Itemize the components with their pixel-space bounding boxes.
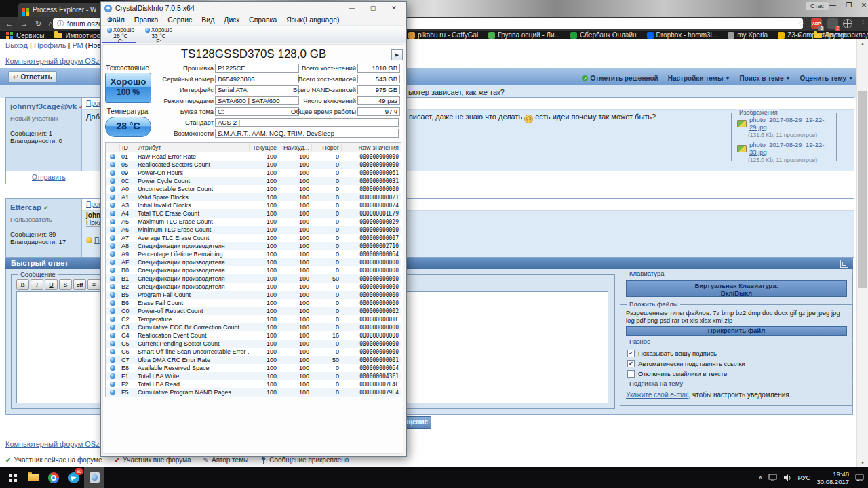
reload-icon[interactable]: ↻	[35, 20, 41, 28]
volume-icon[interactable]	[783, 474, 791, 481]
smart-row[interactable]: B1 Спецификации производителя 100 100 50…	[106, 274, 401, 283]
home-icon[interactable]: ⌂	[48, 20, 53, 28]
smart-row[interactable]: C6 Smart Off-line Scan Uncorrectable Err…	[106, 348, 401, 356]
other-bookmarks[interactable]: Другие закладки	[814, 31, 868, 39]
smart-row[interactable]: 01 Raw Read Error Rate 100 100 0 0000000…	[106, 152, 401, 161]
chrome-profile-chip[interactable]: Стас	[806, 2, 829, 10]
browser-tab[interactable]: Process Explorer - Wind... ✕	[18, 3, 108, 17]
menu-item[interactable]: Справка	[244, 16, 281, 24]
back-icon[interactable]: ←	[5, 20, 13, 28]
smart-row[interactable]: B2 Спецификации производителя 100 100 0 …	[106, 283, 401, 291]
collapse-icon[interactable]	[840, 260, 848, 268]
taskbar-crystaldiskinfo[interactable]	[84, 467, 104, 488]
thread-search-menu[interactable]: Поиск в теме▼	[739, 75, 790, 82]
extension-icon[interactable]: 2	[827, 18, 838, 29]
forward-icon[interactable]: →	[20, 20, 28, 28]
attach-file-button[interactable]: Прикрепить файл	[626, 326, 847, 336]
page-scrollbar[interactable]: ▲ ▼	[856, 39, 868, 467]
minimize-button[interactable]: —	[343, 5, 361, 12]
smart-row[interactable]: AF Спецификации производителя 100 100 0 …	[106, 258, 401, 266]
smart-row[interactable]: C2 Temperature 100 100 0 00000000001C	[106, 315, 401, 323]
menu-item[interactable]: Вид	[197, 16, 219, 24]
bookmark-item[interactable]: Dropbox - homm3l...	[647, 31, 718, 39]
scroll-down-icon[interactable]: ▼	[857, 460, 868, 465]
smart-row[interactable]: F2 Total LBA Read 100 100 0 000000007E4C	[106, 380, 401, 388]
smart-row[interactable]: C4 Reallocation Event Count 100 100 16 0…	[106, 331, 401, 340]
tray-expand-icon[interactable]: ∧	[759, 474, 763, 481]
smart-row[interactable]: A3 Initial Invalid Blocks 100 100 0 0000…	[106, 201, 401, 209]
misc-checkbox[interactable]: ✔Автоматически подставлять ссылки	[627, 360, 852, 367]
smart-row[interactable]: A9 Percentage Lifetime Remaining 100 100…	[106, 250, 401, 258]
smart-row[interactable]: B0 Спецификации производителя 100 100 0 …	[106, 266, 401, 274]
smart-row[interactable]: A1 Valid Spare Blocks 100 100 0 00000000…	[106, 193, 401, 201]
bookmarks-overflow-chevron[interactable]: »	[797, 31, 802, 39]
menu-item[interactable]: Файл	[102, 16, 130, 24]
chrome-menu-icon[interactable]: ⋮	[859, 19, 867, 28]
smart-row[interactable]: C7 Ultra DMA CRC Error Rate 100 100 50 0…	[106, 356, 401, 364]
taskbar-chrome[interactable]	[43, 467, 64, 488]
format-button[interactable]: S	[59, 279, 72, 290]
taskbar-clock[interactable]: 19:48 30.08.2017	[816, 470, 849, 485]
bookmark-item[interactable]: Группа опций - Ли...	[488, 31, 560, 39]
rate-thread-menu[interactable]: Оценить тему▼	[800, 75, 853, 82]
adblock-extension-icon[interactable]: ABP3	[811, 18, 822, 29]
network-icon[interactable]	[768, 474, 777, 481]
reply-button[interactable]: ↩ Ответить	[8, 71, 57, 83]
mark-solved-button[interactable]: ✓Отметить решенной	[582, 75, 658, 82]
email-link[interactable]: Укажите свой e-mail	[626, 391, 689, 399]
smart-row[interactable]: A6 Minimum TLC Erase Count 100 100 0 000…	[106, 226, 401, 234]
smart-row[interactable]: 0C Power Cycle Count 100 100 0 000000000…	[106, 177, 401, 185]
notification-center-icon[interactable]	[855, 474, 864, 481]
format-button[interactable]: B	[16, 279, 29, 290]
logout-link[interactable]: Выход	[5, 41, 28, 49]
bookmark-item[interactable]: Сбербанк Онлайн	[570, 31, 637, 39]
browser-minimize-button[interactable]: —	[826, 1, 840, 9]
smart-row[interactable]: 09 Power-On Hours 100 100 0 000000000061	[106, 169, 401, 177]
page-info-icon[interactable]: ⓘ	[57, 19, 64, 28]
smart-row[interactable]: F5 Cumulative Program NAND Pages 100 100…	[106, 388, 401, 396]
attachment-link[interactable]: photo_2017-08-29_19-22-29.jpg	[749, 116, 836, 131]
bookmark-item[interactable]: my Xperia	[728, 31, 768, 39]
menu-item[interactable]: Диск	[219, 16, 244, 24]
cdi-title-bar[interactable]: CrystalDiskInfo 7.0.5 x64 — ▢ ✕	[101, 2, 406, 14]
smart-row[interactable]: A5 Maximum TLC Erase Count 100 100 0 000…	[106, 218, 401, 226]
disk-tab-c[interactable]: Хорошо 28 °C C:	[102, 26, 140, 43]
attachment-link[interactable]: photo_2017-08-29_19-22-33.jpg	[749, 141, 836, 156]
smart-row[interactable]: B6 Erase Fail Count 100 100 0 0000000000…	[106, 299, 401, 307]
virtual-keyboard-button[interactable]: Виртуальная Клавиатура:Вкл/Выкл	[626, 280, 847, 297]
language-indicator[interactable]: РУС	[797, 474, 810, 481]
smart-row[interactable]: C3 Cumulative ECC Bit Correction Count 1…	[106, 323, 401, 331]
profile-link[interactable]: Профиль	[34, 41, 66, 49]
taskbar-explorer[interactable]	[23, 467, 43, 488]
menu-item[interactable]: Язык(Language)	[281, 16, 344, 24]
menu-item[interactable]: Сервис	[163, 16, 197, 24]
format-button[interactable]: off	[73, 279, 86, 290]
smart-row[interactable]: 05 Reallocated Sectors Count 100 100 0 0…	[106, 161, 401, 169]
author-link[interactable]: johnnyf3cage@vk	[10, 102, 77, 110]
scroll-up-icon[interactable]: ▲	[857, 41, 868, 46]
menu-item[interactable]: Правка	[130, 16, 163, 24]
format-button[interactable]: U	[45, 279, 58, 290]
browser-close-button[interactable]: ✕	[857, 1, 868, 9]
format-button[interactable]: I	[31, 279, 43, 290]
globe-extension-icon[interactable]	[843, 19, 852, 28]
close-button[interactable]: ✕	[385, 5, 403, 12]
start-button[interactable]	[3, 467, 23, 488]
misc-checkbox[interactable]: Отключить смайлики в тексте	[627, 370, 852, 378]
taskbar-telegram[interactable]: 90	[64, 467, 84, 488]
next-drive-button[interactable]: ▶	[391, 49, 403, 60]
smart-row[interactable]: C5 Current Pending Sector Count 100 100 …	[106, 340, 401, 348]
pm-link[interactable]: РМ	[72, 41, 83, 49]
smart-row[interactable]: E8 Available Reserved Space 100 100 0 00…	[106, 364, 401, 372]
bookmark-item[interactable]: pikabu.ru - GaffyGal	[408, 31, 478, 39]
maximize-button[interactable]: ▢	[364, 5, 382, 12]
disk-tab-f[interactable]: Хорошо 33 °C F:	[140, 26, 178, 43]
smart-row[interactable]: A4 Total TLC Erase Count 100 100 0 00000…	[106, 209, 401, 218]
misc-checkbox[interactable]: ✔Показывать вашу подпись	[627, 350, 852, 357]
smart-row[interactable]: A7 Average TLC Erase Count 100 100 0 000…	[106, 234, 401, 242]
smart-row[interactable]: F1 Total LBA Write 100 100 0 0000000043F…	[106, 372, 401, 380]
smart-row[interactable]: A8 Спецификации производителя 100 100 0 …	[106, 242, 401, 250]
smart-row[interactable]: A0 Uncorrectable Sector Count 100 100 0 …	[106, 185, 401, 193]
smart-row[interactable]: C0 Power-off Retract Count 100 100 0 000…	[106, 307, 401, 315]
bookmark-star-icon[interactable]: ☆	[797, 19, 805, 28]
